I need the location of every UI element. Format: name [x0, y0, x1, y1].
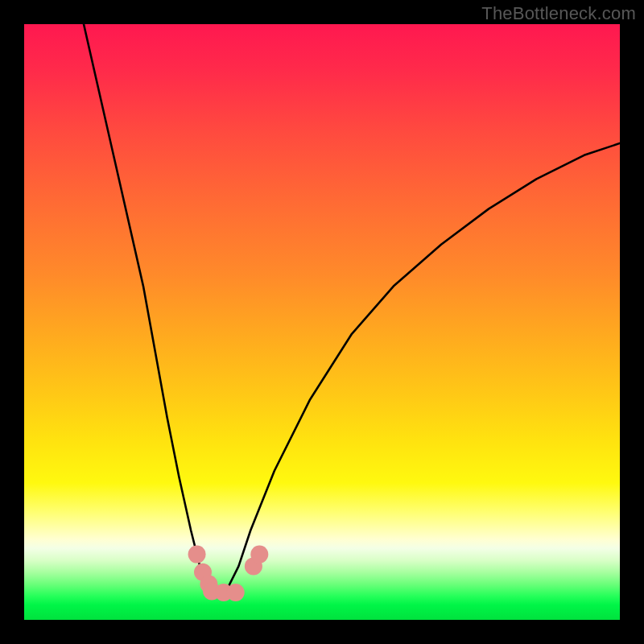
plot-area: [24, 24, 620, 620]
cluster-left-1: [188, 546, 206, 564]
curve-svg: [24, 24, 620, 620]
marker-group: [188, 546, 269, 601]
bottleneck-curve: [84, 24, 620, 593]
cluster-right-2: [250, 546, 268, 564]
cluster-bottom-3: [227, 584, 245, 601]
chart-frame: TheBottleneck.com: [0, 0, 644, 644]
watermark-text: TheBottleneck.com: [481, 3, 636, 24]
